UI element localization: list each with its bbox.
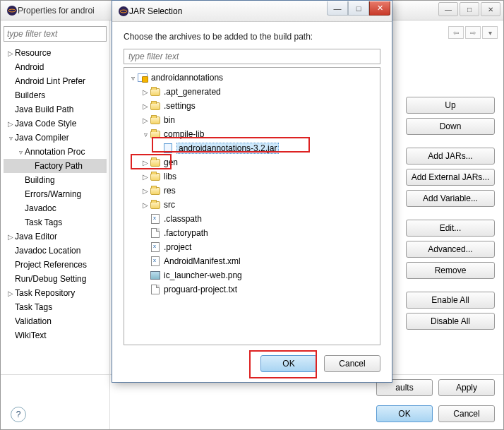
tree-item[interactable]: Project References	[4, 258, 107, 272]
tree-item[interactable]: ▷bin	[126, 113, 378, 127]
tree-item[interactable]: ▷Task Repository	[4, 286, 107, 300]
folder-icon	[150, 185, 161, 196]
tree-item[interactable]: AndroidManifest.xml	[126, 254, 378, 268]
tree-item-label: proguard-project.txt	[164, 285, 237, 294]
tree-item[interactable]: Android	[4, 60, 107, 74]
tree-item[interactable]: .project	[126, 240, 378, 254]
apply-button[interactable]: Apply	[438, 379, 495, 396]
file-icon	[150, 227, 161, 239]
nav-menu-button[interactable]: ▾	[482, 26, 498, 39]
tree-item[interactable]: ▷res	[126, 184, 378, 198]
dialog-window-controls: — □ ✕	[327, 1, 390, 16]
advanced-button[interactable]: Advanced...	[406, 241, 495, 258]
tree-item[interactable]: ▷.apt_generated	[126, 85, 378, 99]
tree-item-label: libs	[164, 172, 176, 181]
tree-item-label: Annotation Proc	[25, 147, 85, 157]
tree-item[interactable]: ic_launcher-web.png	[126, 268, 378, 282]
project-icon	[137, 72, 148, 83]
tree-item[interactable]: .classpath	[126, 212, 378, 226]
tree-item-label: Resource	[15, 48, 51, 58]
close-button[interactable]: ✕	[481, 2, 500, 16]
tree-item[interactable]: ▿androidannotations	[126, 71, 378, 85]
tree-item[interactable]: Javadoc Location	[4, 244, 107, 258]
tree-item[interactable]: Javadoc	[4, 201, 107, 215]
tree-item[interactable]: ▷Java Code Style	[4, 117, 107, 131]
tree-item-label: .classpath	[164, 214, 202, 224]
disable-all-button[interactable]: Disable All	[406, 313, 495, 330]
tree-item[interactable]: Validation	[4, 314, 107, 328]
dialog-minimize-button[interactable]: —	[327, 1, 348, 16]
dialog-close-button[interactable]: ✕	[369, 1, 390, 16]
nav-back-button[interactable]: ⇦	[448, 26, 464, 39]
tree-item[interactable]: ▷Resource	[4, 46, 107, 60]
tree-item[interactable]: ▷src	[126, 198, 378, 212]
tree-item-label: Java Build Path	[15, 104, 73, 114]
tree-item[interactable]: WikiText	[4, 328, 107, 342]
tree-item-label: AndroidManifest.xml	[164, 256, 241, 266]
folder-icon	[150, 171, 161, 182]
expand-arrow-icon: ▿	[128, 74, 137, 82]
expand-arrow-icon: ▷	[141, 88, 150, 96]
edit-button[interactable]: Edit...	[406, 220, 495, 237]
expand-arrow-icon: ▷	[141, 102, 150, 110]
highlight-ok-button	[249, 350, 317, 378]
properties-cancel-button[interactable]: Cancel	[438, 405, 495, 422]
sidebar-filter-input[interactable]	[4, 26, 107, 42]
tree-item[interactable]: ▷libs	[126, 169, 378, 184]
highlight-gen-folder	[131, 154, 172, 169]
properties-tree[interactable]: ▷ResourceAndroidAndroid Lint PreferBuild…	[4, 46, 107, 342]
expand-arrow-icon: ▷	[6, 233, 15, 241]
tree-item[interactable]: ▷Java Editor	[4, 229, 107, 244]
factory-path-buttons: Up Down Add JARs... Add External JARs...…	[406, 97, 495, 338]
tree-item-label: androidannotations	[151, 73, 223, 83]
tree-item[interactable]: .factorypath	[126, 226, 378, 240]
tree-item-label: Task Tags	[25, 217, 62, 227]
tree-item[interactable]: Builders	[4, 88, 107, 102]
tree-item-label: WikiText	[15, 330, 47, 340]
tree-item-label: .apt_generated	[164, 87, 221, 97]
enable-all-button[interactable]: Enable All	[406, 292, 495, 309]
tree-item-label: Factory Path	[35, 161, 83, 171]
dialog-tree[interactable]: ▿androidannotations▷.apt_generated▷.sett…	[126, 71, 378, 297]
tree-item[interactable]: ▿Annotation Proc	[4, 145, 107, 159]
remove-button[interactable]: Remove	[406, 262, 495, 279]
tree-item[interactable]: Errors/Warning	[4, 187, 107, 201]
properties-ok-button[interactable]: OK	[376, 405, 433, 422]
tree-item[interactable]: Factory Path	[4, 159, 107, 173]
help-button[interactable]: ?	[11, 407, 26, 422]
tree-item[interactable]: Java Build Path	[4, 102, 107, 117]
tree-item[interactable]: Run/Debug Setting	[4, 272, 107, 286]
dialog-titlebar: JAR Selection — □ ✕	[112, 1, 392, 22]
dialog-cancel-button[interactable]: Cancel	[324, 355, 380, 372]
tree-item[interactable]: proguard-project.txt	[126, 282, 378, 297]
tree-item-label: Javadoc	[25, 203, 56, 213]
tree-item-label: bin	[164, 115, 175, 125]
tree-item[interactable]: ▿Java Compiler	[4, 131, 107, 145]
tree-item-label: Android Lint Prefer	[15, 76, 85, 86]
dialog-filter-input[interactable]	[124, 49, 380, 64]
maximize-button[interactable]: □	[460, 2, 479, 16]
tree-item-label: Errors/Warning	[25, 189, 81, 199]
tree-item[interactable]: Building	[4, 173, 107, 187]
expand-arrow-icon: ▿	[6, 134, 15, 142]
dialog-maximize-button[interactable]: □	[348, 1, 369, 16]
tree-item-label: Validation	[15, 316, 52, 326]
tree-item-label: Builders	[15, 90, 45, 100]
tree-item-label: Building	[25, 175, 55, 185]
xml-file-icon	[150, 256, 161, 267]
tree-item[interactable]: Android Lint Prefer	[4, 74, 107, 88]
up-button[interactable]: Up	[406, 97, 495, 114]
add-jars-button[interactable]: Add JARs...	[406, 148, 495, 165]
down-button[interactable]: Down	[406, 118, 495, 135]
eclipse-icon	[6, 5, 18, 16]
add-external-jars-button[interactable]: Add External JARs...	[406, 169, 495, 186]
expand-arrow-icon: ▷	[6, 289, 15, 297]
tree-item-label: Task Tags	[15, 302, 52, 312]
tree-item[interactable]: Task Tags	[4, 215, 107, 229]
tree-item[interactable]: ▷.settings	[126, 99, 378, 113]
nav-forward-button[interactable]: ⇨	[465, 26, 481, 39]
highlight-selected-jar	[152, 137, 310, 153]
add-variable-button[interactable]: Add Variable...	[406, 190, 495, 207]
minimize-button[interactable]: —	[438, 2, 458, 16]
tree-item[interactable]: Task Tags	[4, 300, 107, 314]
